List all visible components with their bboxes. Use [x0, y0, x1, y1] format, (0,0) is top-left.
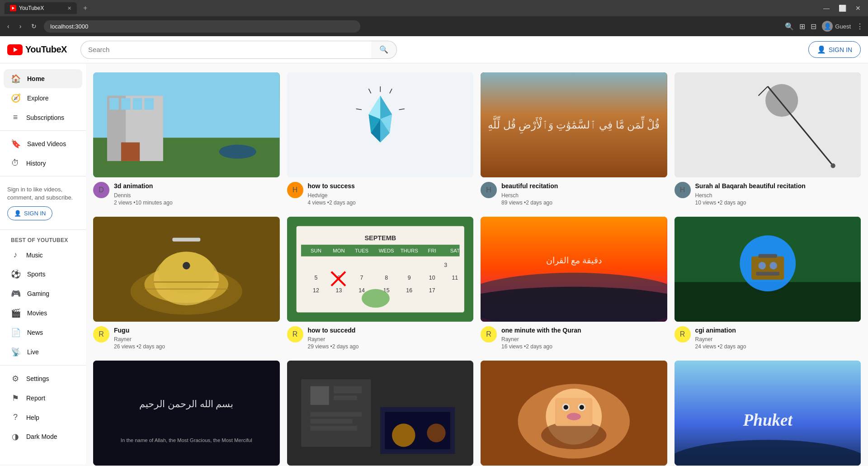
sidebar-item-music[interactable]: ♪ Music [4, 246, 82, 264]
sidebar-item-subscriptions[interactable]: ≡ Subscriptions [4, 108, 82, 127]
new-tab-button[interactable]: + [80, 3, 90, 13]
video-thumbnail-6: SEPTEMB SUN MON TUES WEDS THURS FRI SAT … [287, 217, 474, 322]
sidebar-item-gaming[interactable]: 🎮 Gaming [4, 284, 82, 303]
video-card-5[interactable]: R Fugu Rayner 26 views •2 days ago [93, 217, 280, 352]
sidebar-item-music-label: Music [26, 252, 43, 259]
maximize-button[interactable]: ⬜ [836, 4, 849, 13]
svg-text:13: 13 [335, 287, 342, 294]
tab-close-icon[interactable]: ✕ [67, 5, 71, 11]
sidebar-item-news[interactable]: 📄 News [4, 323, 82, 342]
sidebar-item-movies[interactable]: 🎬 Movies [4, 304, 82, 323]
browser-tab[interactable]: YouTubeX ✕ [5, 2, 77, 14]
video-meta-7: one minute with the Quran Rayner 16 view… [501, 326, 667, 350]
svg-rect-92 [310, 426, 357, 431]
search-input[interactable] [80, 41, 371, 59]
svg-text:SUN: SUN [310, 248, 321, 253]
browser-icons: 🔍 ⊞ ⊟ 👤 Guest ⋮ [785, 21, 863, 32]
video-stats-4: 10 views •2 days ago [695, 200, 861, 206]
svg-point-105 [580, 405, 584, 409]
svg-rect-78 [758, 254, 777, 257]
video-thumbnail-9: بسم الله الرحمن الرحيم In the name of Al… [93, 361, 280, 466]
address-input[interactable] [50, 23, 354, 30]
channel-name-2: Hedvige [308, 192, 474, 199]
forward-button[interactable]: › [17, 21, 24, 32]
sign-in-prompt: Sign in to like videos, comment, and sub… [0, 180, 86, 226]
guest-button[interactable]: 👤 Guest [822, 21, 851, 32]
svg-point-31 [830, 163, 835, 168]
video-thumbnail-8 [675, 217, 861, 322]
search-button[interactable]: 🔍 [371, 41, 397, 59]
more-options-icon[interactable]: ⋮ [856, 22, 863, 31]
sidebar-item-live[interactable]: 📡 Live [4, 342, 82, 361]
address-bar: ‹ › ↻ 🔍 ⊞ ⊟ 👤 Guest ⋮ [0, 16, 868, 36]
sidebar-item-dark-mode[interactable]: ◑ Dark Mode [4, 427, 82, 446]
sidebar-item-saved-videos[interactable]: 🔖 Saved Videos [4, 134, 82, 153]
svg-point-38 [183, 262, 190, 270]
video-card-2[interactable]: H how to success Hedvige 4 views •2 days… [287, 72, 474, 208]
search-browser-icon[interactable]: 🔍 [785, 22, 794, 31]
svg-text:8: 8 [385, 275, 388, 281]
video-card-3[interactable]: قُلْ لِّمَن مَّا فِي ٱلسَّمَٰوَٰتِ وَٱلْ… [481, 72, 667, 208]
video-card-1[interactable]: D 3d animation Dennis 2 views •10 minute… [93, 72, 280, 208]
sidebar-item-help-label: Help [26, 414, 39, 421]
settings-icon: ⚙ [11, 374, 20, 384]
report-icon: ⚑ [11, 393, 20, 403]
menu-icon[interactable]: ⊞ [799, 22, 805, 31]
address-input-container[interactable] [44, 20, 360, 33]
video-card-12[interactable]: Phuket R Phuket [675, 361, 861, 466]
back-button[interactable]: ‹ [5, 21, 12, 32]
sidebar-sign-in-button[interactable]: 👤 SIGN IN [7, 206, 52, 220]
channel-name-4: Hersch [695, 192, 861, 199]
video-stats-1: 2 views •10 minutes ago [114, 200, 280, 206]
svg-point-104 [564, 405, 568, 409]
sign-in-label: SIGN IN [829, 46, 852, 53]
minimize-button[interactable]: — [821, 4, 832, 13]
sign-in-button[interactable]: 👤 SIGN IN [808, 41, 861, 58]
sidebar-sign-in-label: SIGN IN [24, 210, 46, 217]
svg-point-106 [567, 413, 581, 421]
music-icon: ♪ [11, 250, 20, 260]
svg-point-69 [362, 289, 390, 307]
svg-rect-82 [93, 361, 280, 466]
video-card-11[interactable]: R [481, 361, 667, 466]
video-meta-4: Surah al Baqarah beautiful recitation He… [695, 182, 861, 206]
reload-button[interactable]: ↻ [28, 21, 39, 32]
svg-text:7: 7 [360, 275, 363, 281]
content-area: D 3d animation Dennis 2 views •10 minute… [86, 63, 868, 466]
sidebar-item-gaming-label: Gaming [27, 290, 49, 297]
video-card-6[interactable]: SEPTEMB SUN MON TUES WEDS THURS FRI SAT … [287, 217, 474, 352]
video-stats-2: 4 views •2 days ago [308, 200, 474, 206]
svg-text:3: 3 [444, 262, 447, 268]
close-button[interactable]: ✕ [853, 4, 863, 13]
sidebar-item-history[interactable]: ⏱ History [4, 154, 82, 172]
svg-rect-41 [172, 238, 200, 241]
video-card-10[interactable]: R [287, 361, 474, 466]
video-card-4[interactable]: H Surah al Baqarah beautiful recitation … [675, 72, 861, 208]
svg-text:SEPTEMB: SEPTEMB [364, 234, 396, 241]
sidebar-item-report[interactable]: ⚑ Report [4, 389, 82, 408]
video-stats-8: 24 views •2 days ago [695, 343, 861, 350]
sidebar-item-help[interactable]: ? Help [4, 408, 82, 427]
svg-text:دقيقة مع القران: دقيقة مع القران [546, 256, 602, 266]
video-card-7[interactable]: دقيقة مع القران R one minute with the Qu… [481, 217, 667, 352]
sidebar-item-settings[interactable]: ⚙ Settings [4, 369, 82, 388]
svg-text:In the name of Allah, the Most: In the name of Allah, the Most Gracious,… [121, 438, 252, 443]
video-info-1: D 3d animation Dennis 2 views •10 minute… [93, 177, 280, 208]
sidebar-item-settings-label: Settings [26, 375, 49, 382]
video-card-8[interactable]: R cgi animation Rayner 24 views •2 days … [675, 217, 861, 352]
channel-name-6: Rayner [308, 336, 474, 342]
svg-point-11 [219, 145, 256, 159]
video-title-2: how to success [308, 182, 474, 191]
youtube-header: YouTubeX 🔍 👤 SIGN IN [0, 36, 868, 63]
sidebar-item-live-label: Live [27, 348, 39, 356]
profile-icon[interactable]: ⊟ [811, 22, 816, 31]
sidebar-item-home[interactable]: 🏠 Home [4, 69, 82, 88]
yt-logo[interactable]: YouTubeX [7, 44, 67, 55]
sidebar-item-sports[interactable]: ⚽ Sports [4, 265, 82, 284]
svg-rect-10 [121, 143, 140, 161]
video-card-9[interactable]: بسم الله الرحمن الرحيم In the name of Al… [93, 361, 280, 466]
video-meta-6: how to succedd Rayner 29 views •2 days a… [308, 326, 474, 350]
channel-name-7: Rayner [501, 336, 667, 342]
channel-avatar-6: R [287, 326, 303, 342]
sidebar-item-explore[interactable]: 🧭 Explore [4, 89, 82, 108]
